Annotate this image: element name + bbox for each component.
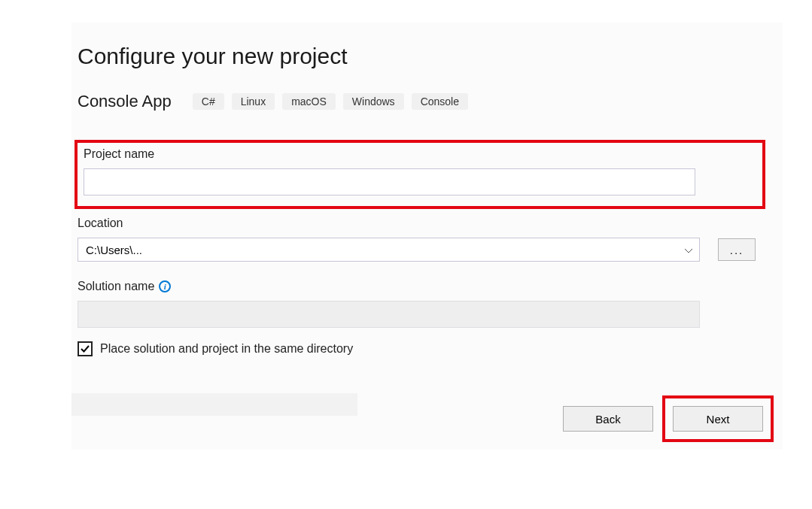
template-tag: macOS [282, 93, 336, 110]
template-tag: Linux [232, 93, 275, 110]
browse-button[interactable]: ... [718, 238, 756, 261]
project-name-input[interactable] [84, 168, 695, 195]
info-icon[interactable]: i [159, 280, 171, 292]
location-label: Location [78, 217, 783, 230]
same-directory-checkbox[interactable] [78, 341, 93, 356]
next-button-highlight: Next [662, 395, 774, 442]
solution-name-label: Solution name i [78, 280, 783, 293]
project-name-label: Project name [84, 147, 756, 161]
back-button[interactable]: Back [563, 406, 653, 432]
solution-name-input [78, 301, 700, 328]
configure-project-dialog: Configure your new project Console App C… [71, 23, 783, 450]
location-input[interactable] [78, 238, 700, 262]
solution-name-label-text: Solution name [78, 280, 154, 293]
page-title: Configure your new project [71, 44, 783, 69]
template-tag: Windows [343, 93, 404, 110]
project-name-highlight: Project name [75, 140, 765, 209]
template-name: Console App [78, 92, 172, 111]
same-directory-label: Place solution and project in the same d… [100, 342, 353, 356]
template-info-row: Console App C# Linux macOS Windows Conso… [71, 92, 783, 111]
template-tag: Console [412, 93, 468, 110]
template-tag: C# [193, 93, 224, 110]
next-button[interactable]: Next [673, 406, 763, 432]
status-placeholder [71, 393, 357, 416]
